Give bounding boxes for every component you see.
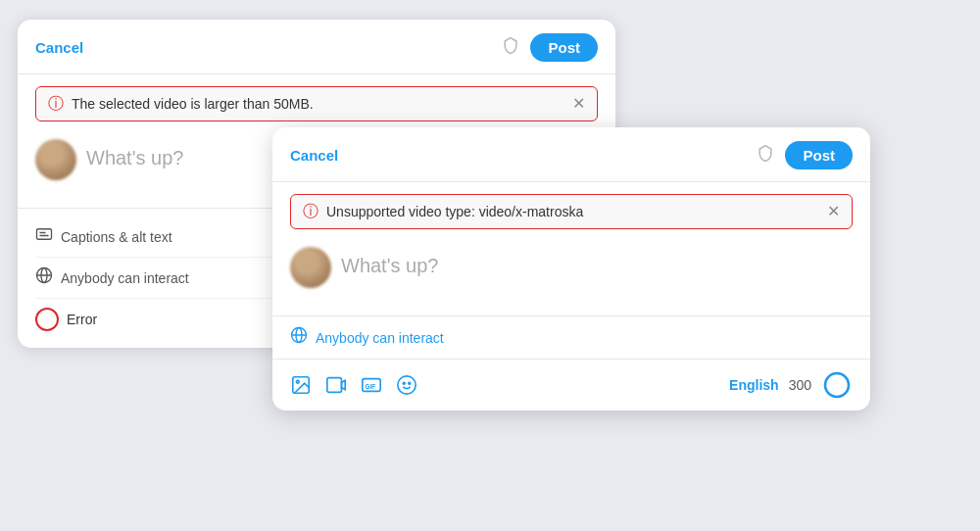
front-error-left: ⓘ Unsupported video type: video/x-matros… (303, 204, 583, 219)
front-error-close-button[interactable]: ✕ (827, 204, 840, 219)
front-anybody-row[interactable]: Anybody can interact (272, 315, 870, 359)
svg-rect-11 (327, 378, 342, 393)
shield-icon (501, 36, 520, 60)
front-compose-area: What's up? (272, 237, 870, 315)
svg-point-18 (825, 373, 849, 397)
toolbar-right-group: English 300 (729, 369, 853, 401)
front-anybody-label: Anybody can interact (316, 330, 444, 346)
front-shield-icon (756, 144, 775, 168)
back-error-close-button[interactable]: ✕ (572, 96, 585, 112)
gif-button[interactable]: GIF (361, 374, 382, 396)
char-count: 300 (789, 377, 811, 393)
svg-point-16 (409, 382, 411, 384)
back-cancel-button[interactable]: Cancel (35, 39, 83, 56)
front-avatar (290, 247, 331, 288)
svg-rect-0 (37, 229, 52, 240)
front-cancel-button[interactable]: Cancel (290, 147, 338, 164)
back-error-banner: ⓘ The selected video is larger than 50MB… (35, 86, 598, 121)
back-avatar (35, 139, 76, 180)
back-compose-placeholder[interactable]: What's up? (86, 139, 183, 169)
front-panel-header: Cancel Post (272, 127, 870, 182)
back-header-right: Post (501, 33, 598, 62)
front-post-button[interactable]: Post (785, 141, 853, 169)
front-error-banner: ⓘ Unsupported video type: video/x-matros… (290, 194, 853, 229)
front-error-message: Unsupported video type: video/x-matroska (326, 204, 583, 219)
front-globe-icon (290, 326, 308, 349)
back-error-left: ⓘ The selected video is larger than 50MB… (48, 96, 314, 112)
back-error-message: The selected video is larger than 50MB. (72, 96, 314, 112)
error-option-label: Error (67, 312, 97, 327)
front-header-right: Post (756, 141, 853, 169)
front-toolbar: GIF English 300 (272, 359, 870, 410)
front-error-icon: ⓘ (303, 204, 318, 219)
video-upload-button[interactable] (325, 374, 347, 396)
captions-icon (35, 225, 53, 248)
emoji-button[interactable] (396, 374, 417, 396)
svg-point-10 (296, 380, 299, 383)
back-error-icon: ⓘ (48, 96, 64, 112)
back-post-button[interactable]: Post (530, 33, 598, 62)
back-panel-header: Cancel Post (18, 20, 615, 74)
progress-circle (821, 369, 853, 401)
svg-point-14 (398, 376, 416, 394)
error-outline-icon (35, 308, 59, 331)
toolbar-icons-group: GIF (290, 374, 417, 396)
anybody-label: Anybody can interact (61, 270, 189, 286)
front-panel: Cancel Post ⓘ Unsupported video type: vi… (272, 127, 870, 410)
captions-label: Captions & alt text (61, 229, 172, 245)
svg-text:GIF: GIF (366, 383, 376, 390)
language-label[interactable]: English (729, 377, 779, 393)
image-upload-button[interactable] (290, 374, 312, 396)
svg-point-15 (403, 382, 405, 384)
front-compose-placeholder[interactable]: What's up? (341, 247, 438, 277)
globe-icon (35, 266, 53, 289)
